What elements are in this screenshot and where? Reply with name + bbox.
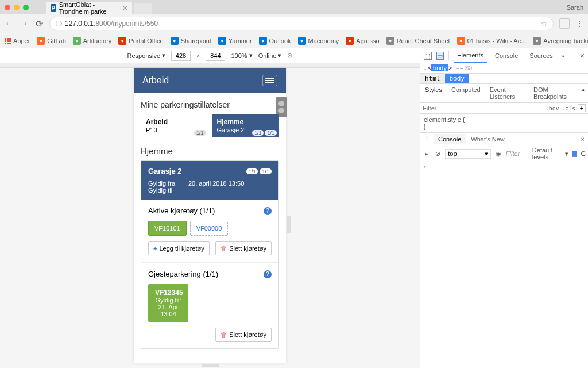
console-filter-input[interactable]: Filter — [506, 150, 529, 157]
network-select[interactable]: Online ▾ — [258, 52, 282, 59]
group-similar-checkbox[interactable] — [572, 151, 578, 157]
tab-event-listeners[interactable]: Event Listeners — [485, 84, 529, 102]
close-window-button[interactable] — [5, 5, 10, 10]
bookmark-item[interactable]: ●Maconomy — [298, 37, 339, 45]
drawer-tab-whats-new[interactable]: What's New — [466, 134, 509, 144]
page-title: Arbeid — [142, 75, 169, 86]
device-toolbar: Responsive ▾ × 100% ▾ Online ▾ ⊘ ⋮ — [0, 48, 420, 63]
browser-tab[interactable]: P SmartOblat - Trondheim parke × — [46, 2, 132, 14]
viewport-height-input[interactable] — [206, 51, 225, 61]
tab-sources[interactable]: Sources — [526, 49, 556, 62]
new-tab-button[interactable] — [134, 3, 152, 14]
permit-card[interactable]: ArbeidP101/1 — [141, 114, 208, 137]
log-levels-select[interactable]: Default levels ▾ — [532, 147, 568, 160]
profile-name[interactable]: Sarah — [567, 4, 583, 11]
extension-icon[interactable] — [559, 18, 570, 29]
delete-vehicle-button[interactable]: 🗑 Slett kjøretøy — [215, 241, 272, 255]
close-tab-icon[interactable]: × — [123, 3, 127, 13]
more-style-tabs-icon[interactable]: » — [578, 84, 588, 102]
guest-parking-title: Gjesteparkering (1/1) — [148, 270, 218, 278]
forward-button[interactable]: → — [20, 18, 29, 29]
tab-console[interactable]: Console — [492, 49, 521, 62]
close-devtools-icon[interactable]: × — [580, 51, 585, 60]
device-toolbar-menu[interactable]: ⋮ — [408, 52, 414, 59]
dom-tree[interactable]: …<body> == $0 — [420, 63, 588, 74]
style-rules[interactable]: element.style { } — [420, 114, 588, 133]
hov-toggle[interactable]: :hov — [546, 105, 559, 112]
browser-menu-button[interactable]: ⋮ — [575, 19, 583, 28]
app-header: Arbeid — [134, 68, 286, 93]
console-drawer-menu[interactable]: ⋮ — [420, 135, 434, 143]
console-prompt[interactable]: › — [420, 162, 588, 172]
bookmark-item[interactable]: ●Yammer — [218, 37, 252, 45]
section-title: Mine parkeringstillatelser — [141, 100, 279, 109]
zoom-select[interactable]: 100% ▾ — [231, 52, 252, 59]
devtools-menu[interactable]: ⋮ — [569, 52, 575, 59]
vehicle-chip[interactable]: VF10101 — [148, 221, 187, 236]
viewport-width-input[interactable] — [171, 51, 191, 61]
device-mode-icon[interactable]: ▭ — [436, 52, 444, 60]
hamburger-menu-button[interactable] — [262, 75, 277, 86]
breadcrumb-html[interactable]: html — [420, 74, 445, 83]
cls-toggle[interactable]: .cls — [562, 105, 575, 112]
drawer-tab-console[interactable]: Console — [434, 134, 466, 144]
help-icon[interactable]: ? — [264, 270, 272, 278]
add-vehicle-button[interactable]: + Legg til kjøretøy — [148, 241, 210, 255]
ruler — [0, 63, 420, 68]
guest-valid-label: Gyldig til: — [155, 297, 181, 304]
reload-button[interactable]: ⟳ — [34, 18, 44, 29]
inspect-element-icon[interactable]: ⬚ — [424, 52, 432, 60]
url-toolbar: ← → ⟳ ⓘ 127.0.0.1:8000/mypermits/550 ☆ ⋮ — [0, 14, 588, 33]
bookmark-item[interactable]: ●Agresso — [346, 37, 379, 45]
console-settings-icon[interactable]: ◉ — [494, 149, 502, 158]
resize-handle-bottom[interactable] — [202, 364, 219, 367]
count-badge: 1/1 — [246, 168, 258, 174]
location-title: Hjemme — [141, 146, 279, 156]
valid-to-value: - — [188, 187, 272, 194]
window-controls — [5, 5, 29, 10]
bookmark-item[interactable]: ●01 basis - Wiki - Ac... — [457, 37, 527, 45]
device-mode-select[interactable]: Responsive ▾ — [127, 52, 165, 59]
minimize-window-button[interactable] — [14, 5, 20, 10]
address-bar[interactable]: ⓘ 127.0.0.1:8000/mypermits/550 ☆ — [49, 17, 554, 30]
console-context-select[interactable]: top▾ — [445, 149, 491, 159]
bookmark-item[interactable]: ●Outlook — [259, 37, 291, 45]
tab-elements[interactable]: Elements — [454, 49, 487, 63]
bookmark-item[interactable]: ●GitLab — [37, 37, 65, 45]
help-icon[interactable]: ? — [264, 207, 272, 215]
active-vehicles-title: Aktive kjøretøy (1/1) — [148, 206, 215, 215]
bookmark-item[interactable]: Apper — [5, 37, 30, 44]
delete-guest-vehicle-button[interactable]: 🗑 Slett kjøretøy — [215, 328, 272, 342]
guest-vehicle-card[interactable]: VF12345 Gyldig til: 21. Apr 13:04 — [148, 284, 188, 322]
more-tabs-icon[interactable]: » — [561, 52, 564, 59]
maximize-window-button[interactable] — [23, 5, 29, 10]
bookmarks-bar: Apper●GitLab●Artifactory●Portal Office●S… — [0, 33, 588, 48]
bookmark-item[interactable]: ●Sharepoint — [171, 37, 211, 45]
info-icon[interactable]: ⓘ — [56, 20, 62, 28]
console-sidebar-toggle-icon[interactable]: ▸ — [423, 149, 431, 158]
permit-card[interactable]: HjemmeGarasje 21/11/1 — [212, 114, 280, 137]
tab-styles[interactable]: Styles — [420, 84, 447, 102]
back-button[interactable]: ← — [5, 18, 14, 29]
vehicle-chip[interactable]: VF00000 — [190, 221, 229, 236]
styles-filter-input[interactable] — [423, 105, 546, 112]
tab-dom-breakpoints[interactable]: DOM Breakpoints — [529, 84, 578, 102]
bookmark-item[interactable]: ●React Cheat Sheet — [386, 37, 450, 45]
bookmark-star-icon[interactable]: ☆ — [541, 20, 547, 28]
new-style-rule-button[interactable]: + — [578, 104, 586, 112]
url-text: 127.0.0.1:8000/mypermits/550 — [65, 20, 158, 28]
permit-detail-card: Garasje 2 1/11/1 Gyldig fra 20. april 20… — [141, 160, 279, 349]
breadcrumb-body[interactable]: body — [445, 74, 470, 83]
plus-icon: + — [153, 245, 157, 252]
rotate-icon[interactable]: ⊘ — [287, 52, 292, 59]
close-drawer-icon[interactable]: × — [578, 136, 588, 143]
trash-icon: 🗑 — [220, 245, 227, 252]
bookmark-item[interactable]: ●Artifactory — [73, 37, 112, 45]
window-titlebar: P SmartOblat - Trondheim parke × Sarah — [0, 0, 588, 14]
tab-computed[interactable]: Computed — [447, 84, 485, 102]
clear-console-icon[interactable]: ⊘ — [434, 149, 442, 158]
valid-to-label: Gyldig til — [148, 187, 188, 194]
resize-handle-right[interactable] — [287, 216, 291, 233]
bookmark-item[interactable]: ●Portal Office — [118, 37, 163, 45]
bookmark-item[interactable]: ●Avregning backend... — [533, 37, 588, 45]
